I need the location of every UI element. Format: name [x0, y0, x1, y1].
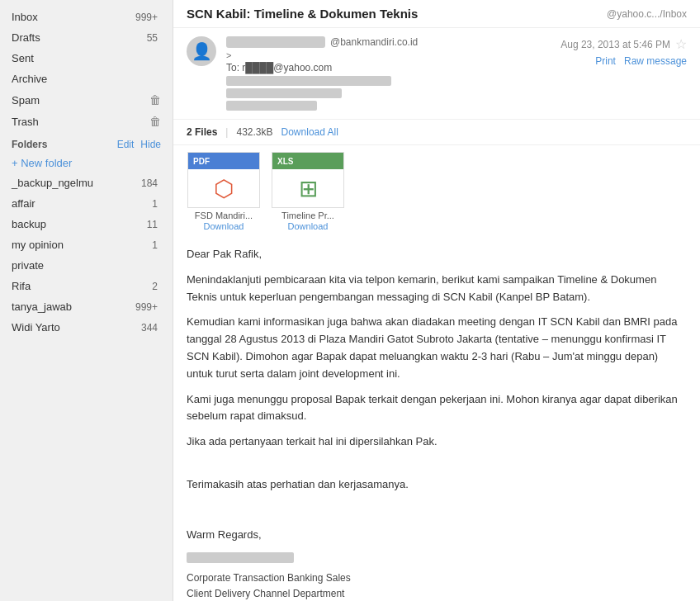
- sidebar-inbox-label: Inbox: [12, 11, 135, 23]
- folders-label: Folders: [12, 139, 47, 150]
- attachment-pdf: PDF ⬡ FSD Mandiri... Download: [187, 152, 261, 231]
- email-top-bar: SCN Kabil: Timeline & Dokumen Teknis @ya…: [173, 0, 700, 28]
- trash-icon-trash: 🗑: [149, 115, 161, 128]
- sidebar-sent-label: Sent: [12, 52, 161, 64]
- att-type-pdf: PDF: [193, 157, 210, 166]
- print-link[interactable]: Print: [595, 55, 616, 67]
- attachments-list: PDF ⬡ FSD Mandiri... Download XLS ⊞ Time…: [173, 145, 700, 234]
- email-para1: Menindaklanjuti pembicaraan kita via tel…: [187, 272, 687, 306]
- folder-label: tanya_jawab: [12, 300, 135, 313]
- sidebar-item-spam[interactable]: Spam 🗑: [0, 89, 173, 111]
- att-icon-area-pdf: ⬡: [188, 169, 259, 207]
- att-header-pdf: PDF: [188, 153, 259, 169]
- sidebar-item-archive[interactable]: Archive: [0, 69, 173, 89]
- sidebar-drafts-label: Drafts: [12, 31, 147, 44]
- pdf-icon: ⬡: [214, 175, 234, 202]
- email-para5: Terimakasih atas perhatian dan kerjasama…: [187, 476, 687, 494]
- to-address: r████@yahoo.com: [242, 62, 332, 73]
- cc-blurred-row: [226, 76, 391, 86]
- raw-message-link[interactable]: Raw message: [624, 55, 687, 67]
- folder-count: 1: [152, 239, 158, 251]
- sig-name-blurred: [187, 552, 294, 563]
- sidebar-trash-label: Trash: [12, 116, 149, 128]
- folder-label: private: [12, 259, 161, 272]
- email-subject: SCN Kabil: Timeline & Dokumen Teknis: [187, 7, 607, 21]
- xls-icon: ⊞: [299, 175, 318, 202]
- sig-title: Corporate Transaction Banking Sales: [187, 570, 687, 586]
- email-body: Dear Pak Rafik, Menindaklanjuti pembicar…: [173, 234, 700, 601]
- att-name-xls: Timeline Pr...: [272, 211, 344, 220]
- email-view: SCN Kabil: Timeline & Dokumen Teknis @ya…: [173, 0, 700, 601]
- edit-folders-button[interactable]: Edit: [117, 139, 135, 150]
- att-header-xls: XLS: [272, 153, 343, 169]
- folder-label: backup: [12, 218, 147, 230]
- download-all-button[interactable]: Download All: [281, 126, 338, 138]
- folder-count: 344: [141, 322, 158, 334]
- warm-regards: Warm Regards,: [187, 527, 687, 544]
- sidebar-folder-widi-yarto[interactable]: Widi Yarto 344: [0, 317, 173, 338]
- download-xls-button[interactable]: Download: [288, 221, 329, 231]
- email-greeting: Dear Pak Rafik,: [187, 246, 687, 263]
- folder-label: Widi Yarto: [12, 321, 141, 334]
- folder-label: affair: [12, 197, 152, 210]
- sidebar-folder-rifa[interactable]: Rifa 2: [0, 276, 173, 296]
- sidebar-folder-backup-ngelmu[interactable]: _backup_ngelmu 184: [0, 173, 173, 193]
- email-breadcrumb: @yahoo.c.../Inbox: [607, 8, 687, 20]
- download-pdf-button[interactable]: Download: [204, 221, 244, 231]
- meta-right: Aug 23, 2013 at 5:46 PM ☆ Print Raw mess…: [560, 36, 687, 114]
- person-icon: 👤: [192, 41, 212, 61]
- sidebar-folder-affair[interactable]: affair 1: [0, 193, 173, 214]
- trash-icon-spam: 🗑: [149, 93, 161, 106]
- folders-header: Folders Edit Hide: [0, 132, 173, 154]
- sidebar-inbox-count: 999+: [135, 12, 158, 23]
- att-type-xls: XLS: [277, 157, 293, 166]
- to-label: To:: [226, 62, 239, 73]
- folder-count: 11: [147, 219, 158, 230]
- bcc-blurred-row: [226, 88, 342, 98]
- sidebar-item-inbox[interactable]: Inbox 999+: [0, 7, 173, 27]
- attachment-thumb-pdf[interactable]: PDF ⬡: [187, 152, 260, 208]
- folder-label: Rifa: [12, 280, 152, 292]
- email-meta: 👤 @bankmandiri.co.id > To: r████@yahoo.c…: [173, 28, 700, 120]
- files-count: 2 Files: [187, 126, 217, 138]
- avatar: 👤: [187, 36, 216, 66]
- files-size: 432.3kB: [236, 126, 272, 138]
- folder-label: my opinion: [12, 239, 152, 251]
- attachments-bar: 2 Files | 432.3kB Download All: [173, 120, 700, 145]
- sender-name-blurred: [226, 36, 325, 48]
- folder-label: _backup_ngelmu: [12, 177, 141, 189]
- sidebar-drafts-count: 55: [147, 32, 158, 44]
- attachment-thumb-xls[interactable]: XLS ⊞: [272, 152, 344, 208]
- date-row: Aug 23, 2013 at 5:46 PM ☆: [560, 36, 687, 52]
- email-para3: Kami juga menunggu proposal Bapak terkai…: [187, 391, 687, 426]
- email-para2: Kemudian kami informasikan juga bahwa ak…: [187, 314, 687, 382]
- to-row: To: r████@yahoo.com: [226, 62, 560, 73]
- folder-count: 999+: [135, 301, 158, 313]
- sig-dept: Client Delivery Channel Department: [187, 586, 687, 601]
- print-raw-row: Print Raw message: [560, 55, 687, 67]
- star-icon[interactable]: ☆: [675, 36, 687, 52]
- folders-actions: Edit Hide: [117, 139, 161, 150]
- attachment-xls: XLS ⊞ Timeline Pr... Download: [271, 152, 345, 231]
- sender-row: @bankmandiri.co.id: [226, 36, 560, 48]
- folder-count: 2: [152, 281, 158, 292]
- extra-blurred-row: [226, 101, 317, 111]
- new-folder-button[interactable]: + New folder: [0, 154, 173, 173]
- sidebar-folder-tanya-jawab[interactable]: tanya_jawab 999+: [0, 296, 173, 317]
- sidebar-folder-my-opinion[interactable]: my opinion 1: [0, 234, 173, 255]
- sidebar-item-sent[interactable]: Sent: [0, 48, 173, 69]
- folder-count: 1: [152, 198, 158, 210]
- folder-count: 184: [141, 177, 158, 189]
- sidebar-folder-private[interactable]: private: [0, 255, 173, 276]
- email-date: Aug 23, 2013 at 5:46 PM: [560, 39, 670, 50]
- sidebar-folder-backup[interactable]: backup 11: [0, 214, 173, 234]
- sidebar-spam-label: Spam: [12, 94, 149, 106]
- sidebar-item-drafts[interactable]: Drafts 55: [0, 27, 173, 48]
- email-para4: Jika ada pertanyaan terkait hal ini dipe…: [187, 433, 687, 451]
- sidebar-item-trash[interactable]: Trash 🗑: [0, 111, 173, 132]
- hide-folders-button[interactable]: Hide: [140, 139, 161, 150]
- sender-email: @bankmandiri.co.id: [330, 36, 418, 48]
- sidebar-archive-label: Archive: [12, 73, 161, 85]
- email-signature: Warm Regards, Corporate Transaction Bank…: [187, 527, 687, 601]
- att-name-pdf: FSD Mandiri...: [187, 211, 260, 220]
